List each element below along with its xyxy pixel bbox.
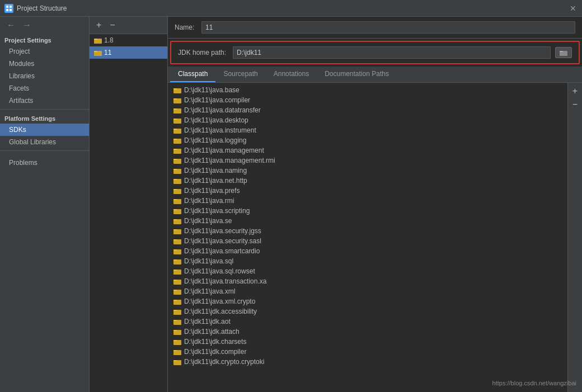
list-item[interactable]: D:\jdk11\jdk.aot	[168, 317, 567, 327]
list-item[interactable]: D:\jdk11\java.management.rmi	[168, 155, 567, 166]
name-label: Name:	[175, 23, 197, 31]
file-folder-icon	[173, 278, 181, 285]
file-path-label: D:\jdk11\java.net.http	[184, 177, 247, 185]
sidebar-item-project[interactable]: Project	[0, 45, 89, 58]
list-item[interactable]: D:\jdk11\java.transaction.xa	[168, 276, 567, 286]
svg-rect-39	[173, 229, 177, 230]
svg-rect-25	[173, 159, 177, 160]
list-item[interactable]: D:\jdk11\java.desktop	[168, 115, 567, 125]
app-icon	[4, 4, 13, 13]
list-item[interactable]: D:\jdk11\java.xml	[168, 286, 567, 296]
list-item[interactable]: D:\jdk11\java.instrument	[168, 125, 567, 135]
file-folder-icon	[173, 177, 181, 184]
sidebar-item-problems[interactable]: Problems	[0, 155, 89, 169]
file-folder-icon	[173, 228, 181, 234]
file-folder-icon	[173, 288, 181, 295]
name-input[interactable]	[201, 21, 575, 34]
browse-button[interactable]	[555, 47, 572, 58]
close-button[interactable]: ✕	[569, 4, 578, 13]
sdk-folder-icon-1.8	[94, 37, 102, 44]
list-item[interactable]: D:\jdk11\java.sql	[168, 256, 567, 266]
svg-rect-61	[173, 340, 177, 341]
list-item[interactable]: D:\jdk11\java.scripting	[168, 206, 567, 216]
add-path-button[interactable]: +	[569, 85, 581, 97]
list-item[interactable]: D:\jdk11\java.naming	[168, 166, 567, 176]
file-folder-icon	[173, 97, 181, 103]
tab-sourcepath[interactable]: Sourcepath	[215, 67, 265, 82]
list-item[interactable]: D:\jdk11\jdk.charsets	[168, 337, 567, 347]
list-item[interactable]: D:\jdk11\java.logging	[168, 135, 567, 145]
sidebar-divider-2	[0, 150, 89, 151]
list-item[interactable]: D:\jdk11\java.prefs	[168, 186, 567, 196]
file-path-label: D:\jdk11\java.prefs	[184, 187, 240, 195]
svg-rect-9	[560, 51, 563, 52]
forward-button[interactable]: →	[20, 19, 34, 31]
file-path-label: D:\jdk11\java.logging	[184, 136, 246, 144]
main-layout: ← → Project Settings Project Modules Lib…	[0, 17, 582, 392]
list-item[interactable]: D:\jdk11\jdk.attach	[168, 327, 567, 337]
list-item[interactable]: D:\jdk11\java.sql.rowset	[168, 266, 567, 276]
svg-rect-35	[173, 209, 177, 210]
file-path-label: D:\jdk11\java.se	[184, 217, 232, 225]
file-path-label: D:\jdk11\java.base	[184, 86, 240, 94]
list-item[interactable]: D:\jdk11\jdk.compiler	[168, 347, 567, 357]
sidebar-item-facets[interactable]: Facets	[0, 82, 89, 95]
tab-annotations[interactable]: Annotations	[266, 67, 317, 82]
file-folder-icon	[173, 137, 181, 144]
tab-classpath[interactable]: Classpath	[170, 67, 215, 82]
remove-path-button[interactable]: −	[569, 98, 581, 111]
list-item[interactable]: D:\jdk11\java.xml.crypto	[168, 296, 567, 306]
file-path-label: D:\jdk11\java.management	[184, 147, 264, 154]
sidebar-item-modules[interactable]: Modules	[0, 58, 89, 70]
svg-rect-57	[173, 320, 177, 321]
list-item[interactable]: D:\jdk11\java.smartcardio	[168, 246, 567, 256]
svg-rect-13	[173, 98, 177, 100]
svg-rect-0	[6, 6, 8, 8]
file-folder-icon	[173, 298, 181, 305]
file-path-label: D:\jdk11\jdk.accessibility	[184, 308, 257, 315]
sdk-item-1.8[interactable]: 1.8	[90, 34, 167, 46]
list-action-buttons: + −	[567, 83, 582, 392]
list-item[interactable]: D:\jdk11\jdk.accessibility	[168, 306, 567, 317]
file-folder-icon	[173, 238, 181, 244]
sidebar-item-artifacts[interactable]: Artifacts	[0, 95, 89, 107]
svg-rect-43	[173, 249, 177, 251]
svg-rect-33	[173, 199, 177, 200]
remove-sdk-button[interactable]: −	[106, 19, 118, 31]
list-item[interactable]: D:\jdk11\java.datatransfer	[168, 105, 567, 115]
file-path-label: D:\jdk11\java.desktop	[184, 116, 248, 124]
list-item[interactable]: D:\jdk11\java.security.jgss	[168, 226, 567, 236]
list-item[interactable]: D:\jdk11\java.compiler	[168, 95, 567, 105]
file-list-container: D:\jdk11\java.baseD:\jdk11\java.compiler…	[168, 83, 582, 392]
list-item[interactable]: D:\jdk11\java.security.sasl	[168, 236, 567, 246]
file-path-label: D:\jdk11\java.transaction.xa	[184, 277, 266, 285]
sdk-toolbar: + −	[90, 17, 167, 34]
svg-rect-53	[173, 300, 177, 301]
sidebar-item-sdks[interactable]: SDKs	[0, 124, 89, 136]
svg-rect-21	[173, 139, 177, 140]
sidebar-divider	[0, 109, 89, 110]
sidebar-item-libraries[interactable]: Libraries	[0, 70, 89, 82]
file-path-label: D:\jdk11\jdk.aot	[184, 318, 231, 325]
list-item[interactable]: D:\jdk11\java.base	[168, 85, 567, 95]
file-path-label: D:\jdk11\jdk.attach	[184, 328, 240, 336]
file-folder-icon	[173, 157, 181, 164]
watermark: https://blog.csdn.net/wangzibai	[492, 380, 576, 386]
tab-documentation[interactable]: Documentation Paths	[317, 67, 397, 82]
list-item[interactable]: D:\jdk11\jdk.crypto.cryptoki	[168, 357, 567, 367]
jdk-path-input[interactable]	[233, 46, 551, 59]
svg-rect-19	[173, 129, 177, 130]
file-path-label: D:\jdk11\java.compiler	[184, 96, 250, 104]
list-item[interactable]: D:\jdk11\java.management	[168, 145, 567, 155]
sidebar-item-global-libraries[interactable]: Global Libraries	[0, 136, 89, 148]
file-folder-icon	[173, 167, 181, 174]
svg-rect-27	[173, 169, 177, 170]
sdk-item-11[interactable]: 11	[90, 46, 167, 59]
list-item[interactable]: D:\jdk11\java.se	[168, 216, 567, 226]
add-sdk-button[interactable]: +	[93, 19, 105, 31]
svg-rect-7	[94, 51, 97, 52]
list-item[interactable]: D:\jdk11\java.net.http	[168, 176, 567, 186]
list-item[interactable]: D:\jdk11\java.rmi	[168, 196, 567, 206]
file-path-label: D:\jdk11\java.sql.rowset	[184, 267, 255, 275]
back-button[interactable]: ←	[4, 19, 18, 31]
